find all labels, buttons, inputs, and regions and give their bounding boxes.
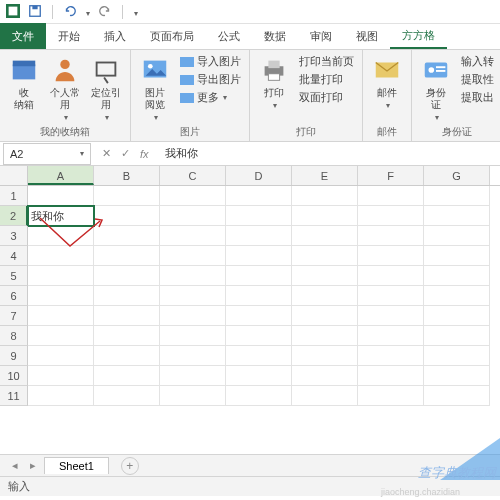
tab-data[interactable]: 数据: [252, 23, 298, 49]
undo-icon[interactable]: [63, 4, 77, 20]
cell[interactable]: [28, 326, 94, 346]
cell[interactable]: [358, 226, 424, 246]
cell[interactable]: [226, 366, 292, 386]
cell[interactable]: [424, 246, 490, 266]
cell[interactable]: [94, 266, 160, 286]
cell[interactable]: [226, 306, 292, 326]
import-image-button[interactable]: 导入图片: [177, 53, 244, 70]
cell[interactable]: [28, 226, 94, 246]
cell[interactable]: [94, 386, 160, 406]
cell[interactable]: [160, 386, 226, 406]
cell[interactable]: [226, 206, 292, 226]
image-browse-button[interactable]: 图片 阅览: [136, 53, 174, 124]
cell[interactable]: [160, 226, 226, 246]
col-header-e[interactable]: E: [292, 166, 358, 185]
id-input-button[interactable]: 输入转: [458, 53, 497, 70]
personal-common-button[interactable]: 个人常 用: [46, 53, 84, 124]
cell[interactable]: [28, 186, 94, 206]
id-card-button[interactable]: 身份 证: [417, 53, 455, 124]
cell[interactable]: [160, 186, 226, 206]
cell[interactable]: [28, 306, 94, 326]
cell[interactable]: [358, 306, 424, 326]
sheet-tab-1[interactable]: Sheet1: [44, 457, 109, 474]
row-header[interactable]: 3: [0, 226, 28, 246]
confirm-icon[interactable]: ✓: [121, 147, 130, 160]
cell[interactable]: [28, 366, 94, 386]
tab-file[interactable]: 文件: [0, 23, 46, 49]
tab-formula[interactable]: 公式: [206, 23, 252, 49]
cell[interactable]: [424, 206, 490, 226]
cell[interactable]: [358, 346, 424, 366]
cell[interactable]: [94, 366, 160, 386]
cell[interactable]: [94, 186, 160, 206]
row-header[interactable]: 10: [0, 366, 28, 386]
cell[interactable]: [94, 306, 160, 326]
fx-icon[interactable]: fx: [140, 148, 149, 160]
sheet-nav-prev[interactable]: ◂: [8, 459, 22, 472]
cell[interactable]: [94, 346, 160, 366]
locate-ref-button[interactable]: 定位引 用: [87, 53, 125, 124]
cell[interactable]: [424, 366, 490, 386]
duplex-print-button[interactable]: 双面打印: [296, 89, 357, 106]
cell[interactable]: [292, 326, 358, 346]
cell[interactable]: [358, 186, 424, 206]
col-header-f[interactable]: F: [358, 166, 424, 185]
row-header[interactable]: 11: [0, 386, 28, 406]
cell[interactable]: [292, 386, 358, 406]
cell[interactable]: [28, 266, 94, 286]
row-header[interactable]: 4: [0, 246, 28, 266]
cell[interactable]: [424, 266, 490, 286]
id-extract-button[interactable]: 提取出: [458, 89, 497, 106]
cell[interactable]: [160, 206, 226, 226]
cell[interactable]: [358, 266, 424, 286]
col-header-d[interactable]: D: [226, 166, 292, 185]
cell[interactable]: [424, 226, 490, 246]
cell[interactable]: [226, 266, 292, 286]
cell[interactable]: [226, 286, 292, 306]
formula-input[interactable]: 我和你: [157, 146, 500, 161]
cell[interactable]: [94, 226, 160, 246]
cell[interactable]: [226, 186, 292, 206]
cell[interactable]: [292, 186, 358, 206]
print-current-button[interactable]: 打印当前页: [296, 53, 357, 70]
cell[interactable]: [160, 286, 226, 306]
cell[interactable]: [424, 346, 490, 366]
cell[interactable]: [292, 246, 358, 266]
cell[interactable]: [424, 386, 490, 406]
cell[interactable]: [424, 306, 490, 326]
image-more-button[interactable]: 更多: [177, 89, 244, 106]
row-header[interactable]: 2: [0, 206, 28, 226]
row-header[interactable]: 8: [0, 326, 28, 346]
cell[interactable]: [292, 226, 358, 246]
cell[interactable]: [292, 206, 358, 226]
id-gender-button[interactable]: 提取性: [458, 71, 497, 88]
spreadsheet-grid[interactable]: A B C D E F G 12我和你34567891011: [0, 166, 500, 454]
cancel-icon[interactable]: ✕: [102, 147, 111, 160]
cell[interactable]: [424, 186, 490, 206]
select-all-corner[interactable]: [0, 166, 28, 186]
tab-home[interactable]: 开始: [46, 23, 92, 49]
cell[interactable]: [358, 246, 424, 266]
row-header[interactable]: 7: [0, 306, 28, 326]
col-header-b[interactable]: B: [94, 166, 160, 185]
col-header-c[interactable]: C: [160, 166, 226, 185]
storage-box-button[interactable]: 收 纳箱: [5, 53, 43, 113]
cell[interactable]: [160, 306, 226, 326]
cell[interactable]: [160, 266, 226, 286]
cell[interactable]: [226, 346, 292, 366]
cell[interactable]: [358, 286, 424, 306]
cell[interactable]: [358, 326, 424, 346]
cell[interactable]: [160, 326, 226, 346]
col-header-g[interactable]: G: [424, 166, 490, 185]
row-header[interactable]: 1: [0, 186, 28, 206]
redo-icon[interactable]: [98, 4, 112, 20]
row-header[interactable]: 9: [0, 346, 28, 366]
cell[interactable]: [94, 206, 160, 226]
cell[interactable]: [292, 346, 358, 366]
cell[interactable]: [160, 346, 226, 366]
cell[interactable]: [28, 286, 94, 306]
cell[interactable]: [28, 246, 94, 266]
tab-view[interactable]: 视图: [344, 23, 390, 49]
tab-insert[interactable]: 插入: [92, 23, 138, 49]
cell[interactable]: [28, 386, 94, 406]
